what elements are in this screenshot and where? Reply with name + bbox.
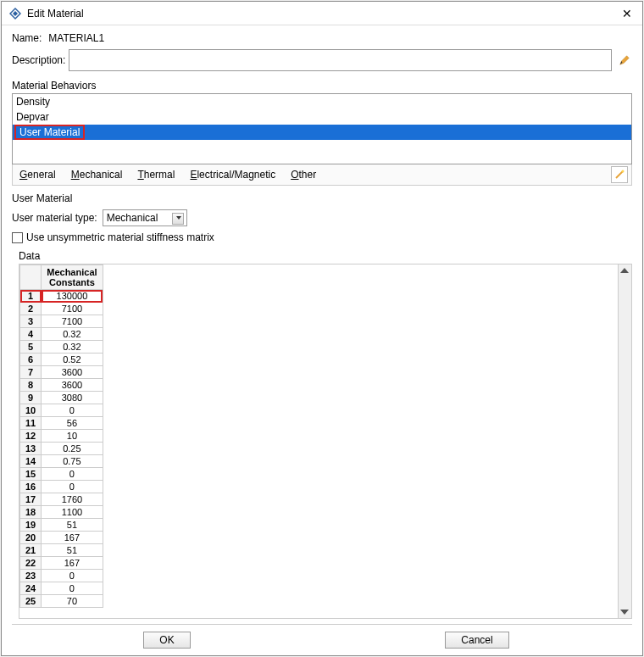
material-behaviors-label: Material Behaviors (12, 80, 632, 92)
constant-value[interactable]: 7100 (42, 303, 103, 315)
constant-value[interactable]: 56 (42, 417, 103, 430)
row-number: 12 (20, 430, 42, 443)
row-number: 5 (20, 341, 42, 354)
row-number: 22 (20, 557, 42, 570)
menu-mechanical[interactable]: Mechanical (68, 167, 126, 182)
scroll-down-icon[interactable] (620, 610, 629, 615)
table-row[interactable]: 22167 (20, 557, 103, 570)
table-row[interactable]: 171760 (20, 493, 103, 506)
constant-value[interactable]: 0 (42, 582, 103, 595)
constant-value[interactable]: 70 (42, 595, 103, 608)
row-number: 24 (20, 582, 42, 595)
constant-value[interactable]: 7100 (42, 315, 103, 328)
row-number: 23 (20, 570, 42, 582)
material-behaviors-list[interactable]: DensityDepvarUser Material (12, 93, 632, 164)
close-button[interactable]: ✕ (619, 7, 636, 20)
constant-value[interactable]: 0 (42, 481, 103, 493)
unsymmetric-label: Use unsymmetric material stiffness matri… (26, 231, 214, 243)
data-label: Data (19, 250, 632, 262)
table-row[interactable]: 1951 (20, 519, 103, 532)
constant-value[interactable]: 0 (42, 404, 103, 417)
behavior-item-density[interactable]: Density (13, 94, 631, 109)
cancel-button[interactable]: Cancel (445, 632, 508, 649)
data-table-scroll[interactable]: MechanicalConstants 1130000271003710040.… (19, 264, 103, 618)
constant-value[interactable]: 0.52 (42, 354, 103, 366)
table-row[interactable]: 60.52 (20, 354, 103, 366)
table-row[interactable]: 140.75 (20, 455, 103, 468)
table-row[interactable]: 40.32 (20, 328, 103, 341)
menu-general[interactable]: General (16, 167, 59, 182)
mechanical-constants-table: MechanicalConstants 1130000271003710040.… (19, 264, 103, 608)
constant-value[interactable]: 0 (42, 468, 103, 481)
table-row[interactable]: 2151 (20, 544, 103, 557)
constant-value[interactable]: 0 (42, 570, 103, 582)
table-row[interactable]: 27100 (20, 303, 103, 315)
ok-button[interactable]: OK (143, 632, 190, 649)
constant-value[interactable]: 3080 (42, 392, 103, 404)
table-row[interactable]: 37100 (20, 315, 103, 328)
constant-value[interactable]: 1760 (42, 493, 103, 506)
row-number: 21 (20, 544, 42, 557)
constant-value[interactable]: 167 (42, 557, 103, 570)
vertical-scrollbar[interactable] (618, 264, 631, 618)
edit-material-dialog: Edit Material ✕ Name: MATERIAL1 Descript… (1, 1, 643, 656)
edit-description-button[interactable] (617, 53, 632, 68)
behavior-item-depvar[interactable]: Depvar (13, 109, 631, 125)
table-row[interactable]: 100 (20, 404, 103, 417)
row-number: 25 (20, 595, 42, 608)
table-row[interactable]: 20167 (20, 532, 103, 544)
table-row[interactable]: 50.32 (20, 341, 103, 354)
table-row[interactable]: 230 (20, 570, 103, 582)
table-row[interactable]: 1130000 (20, 290, 103, 303)
unsymmetric-checkbox[interactable] (12, 232, 23, 243)
table-row[interactable]: 2570 (20, 595, 103, 608)
user-material-heading: User Material (12, 192, 632, 204)
dialog-buttons: OK Cancel (12, 625, 632, 655)
constant-value[interactable]: 3600 (42, 366, 103, 379)
row-number: 8 (20, 379, 42, 392)
row-number: 7 (20, 366, 42, 379)
constant-value[interactable]: 0.75 (42, 455, 103, 468)
constant-value[interactable]: 1100 (42, 506, 103, 519)
row-number: 13 (20, 443, 42, 455)
row-number: 18 (20, 506, 42, 519)
table-row[interactable]: 160 (20, 481, 103, 493)
name-label: Name: (12, 32, 42, 44)
constant-value[interactable]: 167 (42, 532, 103, 544)
table-row[interactable]: 130.25 (20, 443, 103, 455)
behavior-item-user-material[interactable]: User Material (13, 125, 631, 140)
scroll-up-icon[interactable] (620, 268, 629, 273)
table-row[interactable]: 240 (20, 582, 103, 595)
constant-value[interactable]: 0.25 (42, 443, 103, 455)
table-row[interactable]: 73600 (20, 366, 103, 379)
constant-value[interactable]: 0.32 (42, 328, 103, 341)
row-number: 20 (20, 532, 42, 544)
row-number: 2 (20, 303, 42, 315)
menu-thermal[interactable]: Thermal (134, 167, 178, 182)
svg-marker-3 (620, 56, 630, 65)
menu-other[interactable]: Other (287, 167, 319, 182)
svg-line-5 (616, 171, 623, 178)
table-row[interactable]: 1156 (20, 417, 103, 430)
constant-value[interactable]: 130000 (42, 290, 103, 303)
titlebar: Edit Material ✕ (2, 2, 642, 25)
table-row[interactable]: 150 (20, 468, 103, 481)
table-row[interactable]: 93080 (20, 392, 103, 404)
user-material-type-select[interactable]: Mechanical (103, 209, 187, 226)
row-number: 11 (20, 417, 42, 430)
description-label: Description: (12, 54, 65, 66)
table-row[interactable]: 181100 (20, 506, 103, 519)
window-title: Edit Material (27, 8, 619, 19)
suboptions-button[interactable] (611, 166, 628, 183)
constant-value[interactable]: 0.32 (42, 341, 103, 354)
abaqus-icon (8, 7, 22, 20)
table-row[interactable]: 1210 (20, 430, 103, 443)
constant-value[interactable]: 10 (42, 430, 103, 443)
constant-value[interactable]: 3600 (42, 379, 103, 392)
description-input[interactable] (69, 49, 612, 71)
menu-electrical[interactable]: Electrical/Magnetic (186, 167, 279, 182)
table-row[interactable]: 83600 (20, 379, 103, 392)
constant-value[interactable]: 51 (42, 519, 103, 532)
constant-value[interactable]: 51 (42, 544, 103, 557)
chevron-down-icon (176, 216, 181, 220)
